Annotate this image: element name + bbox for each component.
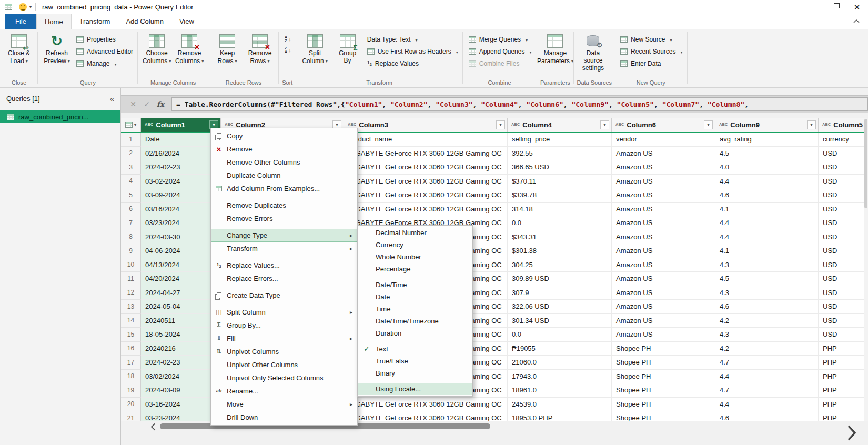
cell[interactable]: Shopee PH	[612, 383, 715, 398]
tab-file[interactable]: File	[5, 14, 36, 29]
column-header-column6[interactable]: ABCColumn6	[612, 118, 715, 132]
row-number[interactable]: 11	[121, 272, 141, 286]
properties-button[interactable]: Properties	[76, 34, 133, 44]
sort-descending-button[interactable]: ZA↓	[285, 45, 291, 54]
restore-button[interactable]	[824, 0, 846, 14]
cell[interactable]: currency	[819, 133, 868, 147]
cell[interactable]: 4.4	[715, 398, 819, 412]
tab-home[interactable]: Home	[36, 14, 72, 29]
cell[interactable]: USD	[819, 328, 868, 342]
row-number[interactable]: 18	[121, 370, 141, 384]
column-header-column9[interactable]: ABCColumn9	[715, 118, 819, 132]
cell[interactable]: 4.4	[715, 216, 819, 230]
cell[interactable]: Shopee PH	[612, 342, 715, 356]
cell[interactable]: 18-05-2024	[141, 328, 221, 342]
menu-item-duplicate-column[interactable]: Duplicate Column	[211, 169, 357, 182]
cell[interactable]: 2024-05-04	[141, 300, 221, 314]
cell[interactable]: USD	[819, 314, 868, 328]
menu-item-remove-other-columns[interactable]: Remove Other Columns	[211, 156, 357, 169]
menu-item-move[interactable]: Move	[211, 398, 357, 411]
menu-item-replace-errors[interactable]: Replace Errors...	[211, 272, 357, 285]
cell[interactable]: GIGABYTE GeForce RTX 3060 12GB Gaming OC	[344, 160, 508, 175]
cell[interactable]: USD	[819, 188, 868, 203]
cell[interactable]: 4.6	[715, 411, 819, 421]
cell[interactable]: Shopee PH	[612, 398, 715, 412]
cell[interactable]: 2024-03-09	[141, 383, 221, 398]
cell[interactable]: GIGABYTE GeForce RTX 3060 12GB Gaming OC	[344, 175, 508, 189]
cell[interactable]: 4.4	[715, 370, 819, 384]
cell[interactable]: product_name	[344, 133, 508, 147]
menu-item-fill[interactable]: ⇓Fill	[211, 332, 357, 345]
merge-queries-button[interactable]: Merge Queries	[469, 34, 532, 44]
replace-values-button[interactable]: 12Replace Values	[367, 58, 458, 68]
cell[interactable]: 20240216	[141, 342, 221, 356]
cell[interactable]: $301.38	[508, 244, 612, 258]
menu-item-true-false[interactable]: True/False	[358, 355, 472, 367]
data-source-settings-button[interactable]: ⚙ Data source settings	[577, 31, 609, 72]
menu-item-copy[interactable]: Copy	[211, 129, 357, 143]
column-header-column1[interactable]: ABCColumn1	[141, 118, 221, 132]
row-number[interactable]: 20	[121, 398, 141, 412]
cell[interactable]: 03/23/2024	[141, 216, 221, 230]
cell[interactable]: Shopee PH	[612, 356, 715, 370]
row-number[interactable]: 2	[121, 147, 141, 161]
menu-item-time[interactable]: Time	[358, 303, 472, 315]
formula-input[interactable]: = Table.ReorderColumns(#"Filtered Rows",…	[171, 97, 868, 111]
cell[interactable]: PHP	[819, 342, 868, 356]
collapse-pane-icon[interactable]: «	[110, 96, 114, 102]
menu-item-group-by[interactable]: ΣGroup By...	[211, 319, 357, 332]
row-number[interactable]: 10	[121, 258, 141, 272]
cell[interactable]: 03/02/2024	[141, 370, 221, 384]
cell[interactable]: USD	[819, 300, 868, 314]
filter-dropdown-icon[interactable]	[704, 120, 713, 129]
cell[interactable]: Shopee PH	[612, 411, 715, 421]
cell[interactable]: selling_price	[508, 133, 612, 147]
cell[interactable]: 2024-03-30	[141, 230, 221, 245]
formula-accept-icon[interactable]: ✓	[140, 100, 154, 108]
cell[interactable]: 4.1	[715, 244, 819, 258]
keep-rows-button[interactable]: Keep Rows	[211, 31, 244, 65]
menu-item-create-data-type[interactable]: Create Data Type	[211, 289, 357, 302]
column-header-column3[interactable]: ABCColumn3	[344, 118, 508, 132]
cell[interactable]: Amazon US	[612, 203, 715, 217]
smiley-feedback-icon[interactable]	[19, 3, 27, 11]
manage-button[interactable]: Manage	[76, 58, 133, 68]
menu-item-currency[interactable]: Currency	[358, 239, 472, 251]
cell[interactable]: GIGABYTE GeForce RTX 3060 12GB Gaming OC	[344, 147, 508, 161]
cell[interactable]: 21060.0	[508, 356, 612, 370]
menu-item-transform[interactable]: Transform	[211, 242, 357, 255]
cell[interactable]: 304.25	[508, 258, 612, 272]
cell[interactable]: USD	[819, 258, 868, 272]
enter-data-button[interactable]: Enter Data	[620, 58, 682, 68]
cell[interactable]: Amazon US	[612, 216, 715, 230]
cell[interactable]: 18953.0 PHP	[508, 411, 612, 421]
append-queries-button[interactable]: Append Queries	[469, 46, 532, 56]
cell[interactable]: 4.3	[715, 286, 819, 300]
cell[interactable]: 18961.0	[508, 383, 612, 398]
cell[interactable]: 03-16-2024	[141, 398, 221, 412]
cell[interactable]: 314.18	[508, 203, 612, 217]
menu-item-unpivot-other-columns[interactable]: Unpivot Other Columns	[211, 358, 357, 371]
menu-item-remove[interactable]: ×Remove	[211, 143, 357, 156]
remove-columns-button[interactable]: × Remove Columns	[173, 31, 206, 65]
menu-item-unpivot-only-selected-columns[interactable]: Unpivot Only Selected Columns	[211, 371, 357, 385]
row-number[interactable]: 12	[121, 286, 141, 300]
scroll-right-icon[interactable]	[847, 425, 856, 442]
manage-parameters-button[interactable]: Manage Parameters	[539, 31, 571, 65]
cell[interactable]: 4.4	[715, 175, 819, 189]
cell[interactable]: GIGABYTE GeForce RTX 3060 12GB Gaming OC	[344, 398, 508, 412]
cell[interactable]: 322.06 USD	[508, 300, 612, 314]
cell[interactable]: ₱19055	[508, 342, 612, 356]
row-number[interactable]: 16	[121, 342, 141, 356]
cell[interactable]: GIGABYTE GeForce RTX 3060 12GB Gaming OC	[344, 203, 508, 217]
filter-dropdown-icon[interactable]	[807, 120, 816, 129]
menu-item-rename[interactable]: abRename...	[211, 385, 357, 398]
cell[interactable]: 4.4	[715, 230, 819, 245]
cell[interactable]: Amazon US	[612, 175, 715, 189]
row-number[interactable]: 4	[121, 175, 141, 189]
row-number[interactable]: 6	[121, 203, 141, 217]
menu-item-replace-values[interactable]: 12Replace Values...	[211, 259, 357, 272]
row-number[interactable]: 3	[121, 160, 141, 175]
cell[interactable]: $339.78	[508, 188, 612, 203]
menu-item-date-time[interactable]: Date/Time	[358, 279, 472, 291]
